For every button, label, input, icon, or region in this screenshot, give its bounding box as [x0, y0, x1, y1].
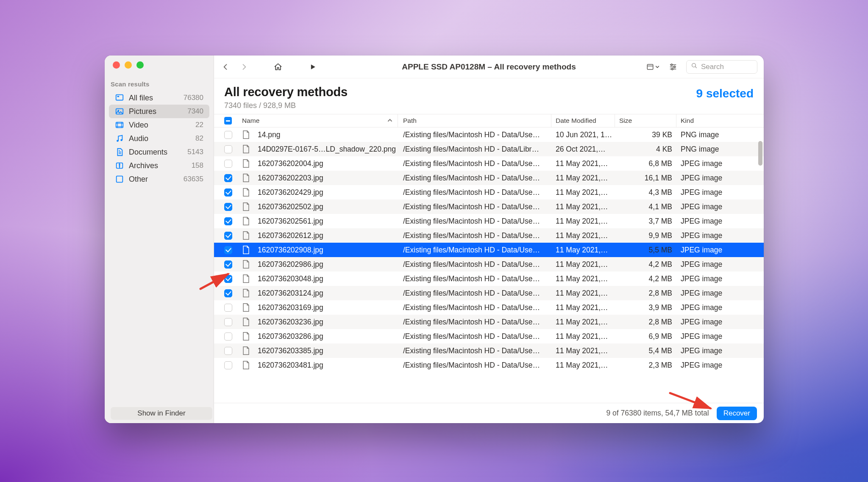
row-checkbox[interactable] — [224, 131, 232, 139]
file-date: 11 May 2021,… — [556, 332, 608, 341]
file-name: 1620736202004.jpg — [258, 159, 323, 168]
file-kind: JPEG image — [681, 231, 722, 240]
forward-button[interactable] — [237, 60, 251, 74]
sidebar-item-other[interactable]: Other63635 — [109, 172, 209, 186]
selected-count[interactable]: 9 selected — [696, 87, 754, 100]
other-icon — [115, 175, 124, 184]
file-kind: JPEG image — [681, 332, 722, 341]
toolbar: APPLE SSD AP0128M – All recovery methods… — [214, 55, 764, 78]
table-row[interactable]: 1620736203385.jpg/Existing files/Macinto… — [214, 343, 764, 358]
table-row[interactable]: 1620736202908.jpg/Existing files/Macinto… — [214, 243, 764, 257]
show-in-finder-button[interactable]: Show in Finder — [111, 407, 212, 420]
minimize-window-button[interactable] — [125, 61, 132, 69]
sidebar-item-count: 76380 — [184, 94, 203, 102]
file-path: /Existing files/Macintosh HD - Data/Use… — [403, 274, 540, 283]
table-row[interactable]: 1620736202203.jpg/Existing files/Macinto… — [214, 171, 764, 185]
table-row[interactable]: 1620736203124.jpg/Existing files/Macinto… — [214, 286, 764, 300]
file-size: 6,8 MB — [649, 159, 672, 168]
main-pane: APPLE SSD AP0128M – All recovery methods… — [214, 55, 764, 423]
table-row[interactable]: 1620736202502.jpg/Existing files/Macinto… — [214, 199, 764, 214]
table-row[interactable]: 1620736202429.jpg/Existing files/Macinto… — [214, 185, 764, 199]
column-path[interactable]: Path — [398, 114, 551, 127]
file-icon — [242, 231, 250, 240]
sidebar-item-video[interactable]: Video22 — [109, 118, 209, 132]
file-kind: JPEG image — [681, 217, 722, 226]
file-kind: JPEG image — [681, 202, 722, 211]
svg-point-5 — [117, 140, 119, 142]
table-row[interactable]: 1620736202986.jpg/Existing files/Macinto… — [214, 257, 764, 271]
row-checkbox[interactable] — [224, 332, 232, 341]
table-row[interactable]: 1620736203169.jpg/Existing files/Macinto… — [214, 300, 764, 315]
file-kind: JPEG image — [681, 246, 722, 255]
page-subtitle: 7340 files / 928,9 MB — [224, 101, 348, 110]
file-kind: JPEG image — [681, 289, 722, 298]
file-path: /Existing files/Macintosh HD - Data/Use… — [403, 318, 540, 327]
zoom-window-button[interactable] — [136, 61, 144, 69]
table-row[interactable]: 1620736203236.jpg/Existing files/Macinto… — [214, 315, 764, 329]
table-row[interactable]: 14D0297E-0167-5…LD_shadow_220.png/Existi… — [214, 142, 764, 156]
table-row[interactable]: 1620736203481.jpg/Existing files/Macinto… — [214, 358, 764, 372]
recover-button[interactable]: Recover — [717, 407, 757, 420]
table-row[interactable]: 1620736202004.jpg/Existing files/Macinto… — [214, 156, 764, 171]
file-name: 1620736203124.jpg — [258, 289, 323, 298]
sidebar-item-audio[interactable]: Audio82 — [109, 132, 209, 145]
row-checkbox[interactable] — [224, 232, 232, 240]
row-checkbox[interactable] — [224, 318, 232, 326]
column-size[interactable]: Size — [615, 114, 676, 127]
table-row[interactable]: 1620736203048.jpg/Existing files/Macinto… — [214, 271, 764, 286]
svg-rect-0 — [116, 95, 123, 100]
file-size: 3,7 MB — [649, 217, 672, 226]
search-input[interactable]: Search — [686, 60, 757, 74]
row-checkbox[interactable] — [224, 275, 232, 283]
table-row[interactable]: 1620736202561.jpg/Existing files/Macinto… — [214, 214, 764, 228]
settings-icon[interactable] — [666, 60, 680, 74]
row-checkbox[interactable] — [224, 246, 232, 254]
file-size: 16,1 MB — [645, 174, 672, 183]
home-button[interactable] — [271, 60, 285, 74]
table-row[interactable]: 1620736202612.jpg/Existing files/Macinto… — [214, 228, 764, 243]
close-window-button[interactable] — [113, 61, 120, 69]
row-checkbox[interactable] — [224, 188, 232, 197]
column-date[interactable]: Date Modified — [551, 114, 615, 127]
file-name: 1620736203286.jpg — [258, 332, 323, 341]
row-checkbox[interactable] — [224, 289, 232, 297]
row-checkbox[interactable] — [224, 217, 232, 225]
table-row[interactable]: 1620736203286.jpg/Existing files/Macinto… — [214, 329, 764, 343]
sidebar-item-documents[interactable]: Documents5143 — [109, 145, 209, 159]
file-path: /Existing files/Macintosh HD - Data/Use… — [403, 174, 540, 183]
file-size: 5,5 MB — [649, 246, 672, 255]
file-size: 4,1 MB — [649, 202, 672, 211]
file-name: 1620736203048.jpg — [258, 274, 323, 283]
sidebar-item-pictures[interactable]: Pictures7340 — [109, 105, 209, 118]
row-checkbox[interactable] — [224, 304, 232, 312]
row-checkbox[interactable] — [224, 160, 232, 168]
column-name[interactable]: Name — [242, 114, 398, 127]
select-all-checkbox[interactable] — [224, 117, 232, 125]
video-icon — [115, 120, 124, 130]
row-checkbox[interactable] — [224, 203, 232, 211]
scrollbar-thumb[interactable] — [758, 141, 762, 166]
back-button[interactable] — [218, 60, 233, 74]
row-checkbox[interactable] — [224, 174, 232, 182]
file-path: /Existing files/Macintosh HD - Data/Use… — [403, 346, 540, 355]
file-date: 11 May 2021,… — [556, 346, 608, 355]
column-kind[interactable]: Kind — [676, 114, 754, 127]
sidebar-item-count: 158 — [192, 161, 203, 170]
sort-ascending-icon — [387, 117, 392, 125]
view-options-button[interactable] — [645, 60, 660, 74]
file-icon — [242, 274, 250, 283]
sidebar-item-archives[interactable]: Archives158 — [109, 159, 209, 172]
table-row[interactable]: 14.png/Existing files/Macintosh HD - Dat… — [214, 127, 764, 142]
window-title: APPLE SSD AP0128M – All recovery methods — [402, 62, 576, 72]
sidebar-item-all-files[interactable]: All files76380 — [109, 91, 209, 105]
row-checkbox[interactable] — [224, 361, 232, 369]
row-checkbox[interactable] — [224, 145, 232, 153]
file-name: 1620736202908.jpg — [258, 246, 323, 255]
play-scan-button[interactable] — [306, 60, 320, 74]
pictures-icon — [115, 107, 124, 116]
file-date: 11 May 2021,… — [556, 318, 608, 327]
row-checkbox[interactable] — [224, 260, 232, 269]
file-size: 39 KB — [652, 130, 672, 139]
row-checkbox[interactable] — [224, 347, 232, 355]
file-path: /Existing files/Macintosh HD - Data/Use… — [403, 202, 540, 211]
